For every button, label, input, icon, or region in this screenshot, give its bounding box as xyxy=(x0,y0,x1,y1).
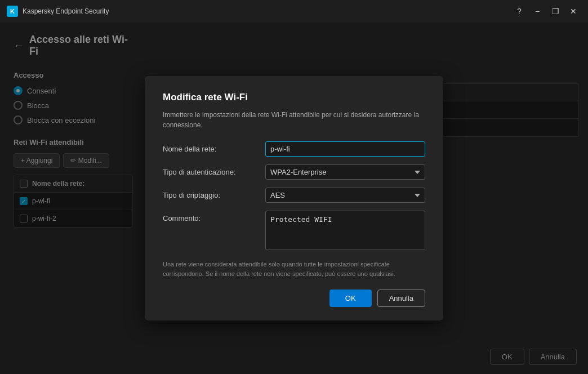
modal-ok-button[interactable]: OK xyxy=(329,290,372,307)
close-button[interactable]: ✕ xyxy=(565,3,581,19)
svg-text:K: K xyxy=(10,8,15,15)
auth-type-select[interactable]: WPA2-Enterprise WPA2-Personal WPA3 None xyxy=(265,164,425,180)
app-logo: K xyxy=(7,6,18,17)
app-title: Kaspersky Endpoint Security xyxy=(23,7,507,15)
comment-control: Protected WIFI xyxy=(265,211,425,252)
minimize-button[interactable]: − xyxy=(529,3,545,19)
modal-description: Immettere le impostazioni della rete Wi-… xyxy=(163,110,425,130)
network-name-input[interactable] xyxy=(265,141,425,157)
modal-title: Modifica rete Wi-Fi xyxy=(163,92,425,103)
encryption-label: Tipo di criptaggio: xyxy=(163,188,259,199)
auth-type-row: Tipo di autenticazione: WPA2-Enterprise … xyxy=(163,164,425,180)
modal-footer: OK Annulla xyxy=(163,290,425,307)
network-name-control xyxy=(265,141,425,157)
comment-label: Commento: xyxy=(163,211,259,222)
auth-type-label: Tipo di autenticazione: xyxy=(163,164,259,176)
comment-textarea[interactable]: Protected WIFI xyxy=(265,211,425,250)
comment-row: Commento: Protected WIFI xyxy=(163,211,425,252)
window-controls: ? − ❐ ✕ xyxy=(511,3,581,19)
encryption-control: AES TKIP None xyxy=(265,188,425,203)
encryption-row: Tipo di criptaggio: AES TKIP None xyxy=(163,188,425,203)
network-name-row: Nome della rete: xyxy=(163,141,425,157)
network-name-label: Nome della rete: xyxy=(163,141,259,153)
restore-button[interactable]: ❐ xyxy=(547,3,563,19)
main-content: ← Accesso alle reti Wi-Fi Accesso Consen… xyxy=(0,23,588,374)
modal-note: Una rete viene considerata attendibile s… xyxy=(163,260,425,278)
encryption-select[interactable]: AES TKIP None xyxy=(265,188,425,203)
auth-type-control: WPA2-Enterprise WPA2-Personal WPA3 None xyxy=(265,164,425,180)
titlebar: K Kaspersky Endpoint Security ? − ❐ ✕ xyxy=(0,0,588,23)
help-button[interactable]: ? xyxy=(511,3,527,19)
modal-cancel-button[interactable]: Annulla xyxy=(377,290,425,307)
modal-dialog: Modifica rete Wi-Fi Immettere le imposta… xyxy=(145,76,443,320)
